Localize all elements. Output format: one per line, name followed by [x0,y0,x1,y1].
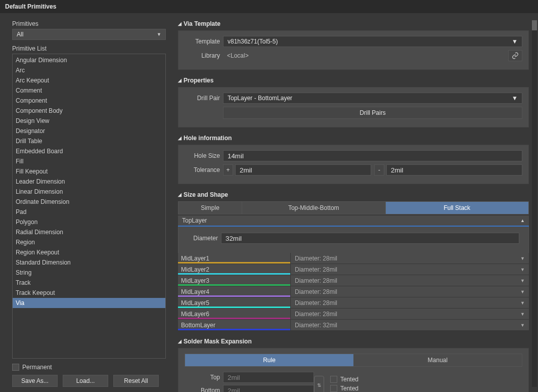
list-item[interactable]: Ordinate Dimension [13,197,165,207]
list-item[interactable]: Region Keepout [13,247,165,257]
list-item[interactable]: Standard Dimension [13,257,165,268]
size-shape-tab[interactable]: Simple [178,202,242,214]
tented-bottom-checkbox[interactable] [330,385,337,392]
layer-diameter[interactable]: Diameter: 28mil▼ [290,275,529,286]
list-item[interactable]: Fill [13,156,165,166]
list-item[interactable]: Pad [13,207,165,217]
chevron-down-icon: ▼ [520,278,525,283]
solder-tab[interactable]: Manual [353,354,522,366]
solder-top-input [223,372,314,383]
content-panel: ◢ Via Template Template v81h36z71(Tol5-5… [171,13,538,392]
list-item[interactable]: Design View [13,116,165,126]
list-item[interactable]: Region [13,237,165,247]
list-item[interactable]: Comment [13,85,165,96]
solder-bottom-input [223,385,314,392]
list-item[interactable]: Track [13,278,165,288]
solder-tab[interactable]: Rule [185,354,353,366]
drill-pair-dropdown[interactable]: TopLayer - BottomLayer ▼ [223,93,522,104]
list-item[interactable]: Track Keepout [13,288,165,298]
window-title: Default Primitives [0,0,538,13]
collapse-icon: ◢ [178,136,182,141]
tolerance-minus-input[interactable] [386,164,522,176]
list-item[interactable]: Fill Keepout [13,166,165,177]
size-shape-tabs: SimpleTop-Middle-BottomFull Stack [178,201,529,214]
layer-name: MidLayer3 [178,275,290,286]
template-label: Template [185,38,220,45]
layer-row[interactable]: MidLayer6Diameter: 28mil▼ [178,309,529,320]
list-item[interactable]: Arc Keepout [13,75,165,85]
drill-pairs-button[interactable]: Drill Pairs [223,107,522,119]
layer-name: TopLayer [182,217,207,224]
layer-name: MidLayer5 [178,297,290,308]
layer-row[interactable]: MidLayer2Diameter: 28mil▼ [178,264,529,275]
chevron-down-icon: ▼ [520,300,525,306]
hole-size-input[interactable] [223,150,522,161]
collapse-icon: ◢ [178,21,182,26]
layer-color-bar [178,295,290,297]
tolerance-label: Tolerance [185,166,220,173]
chevron-up-icon: ▲ [520,218,525,223]
scrollbar[interactable] [532,20,537,387]
permanent-checkbox[interactable] [12,364,19,371]
sidebar: Primitives All ▼ Primitive List Angular … [0,13,171,392]
layer-row[interactable]: MidLayer5Diameter: 28mil▼ [178,297,529,309]
layer-row[interactable]: MidLayer4Diameter: 28mil▼ [178,286,529,297]
chevron-down-icon: ▼ [157,32,161,37]
load-button[interactable]: Load... [63,375,108,387]
reset-all-button[interactable]: Reset All [113,375,159,387]
primitive-list-label: Primitive List [12,45,166,52]
list-item[interactable]: Component [13,96,165,106]
template-value: v81h36z71(Tol5-5) [228,38,278,45]
layer-row[interactable]: BottomLayerDiameter: 32mil▼ [178,320,529,331]
list-item[interactable]: Angular Dimension [13,55,165,65]
chevron-down-icon: ▼ [512,95,518,102]
tolerance-plus-input[interactable] [235,164,371,176]
drill-pair-value: TopLayer - BottomLayer [228,95,292,102]
link-icon[interactable] [508,50,522,61]
list-item[interactable]: Linear Dimension [13,187,165,197]
layer-diameter[interactable]: Diameter: 28mil▼ [290,309,529,319]
list-item[interactable]: Leader Dimension [13,177,165,187]
layer-toplayer-header[interactable]: TopLayer ▲ [178,215,529,227]
library-value: <Local> [223,51,506,61]
primitives-dropdown[interactable]: All ▼ [12,29,166,40]
layer-diameter[interactable]: Diameter: 28mil▼ [290,286,529,297]
section-size-shape[interactable]: ◢ Size and Shape [178,191,529,198]
chevron-down-icon: ▼ [520,267,525,272]
tented-top-checkbox[interactable] [330,376,337,383]
chevron-down-icon: ▼ [512,38,518,45]
primitive-list[interactable]: Angular DimensionArcArc KeepoutCommentCo… [12,54,166,359]
diameter-input[interactable] [221,233,519,244]
scrollbar-thumb[interactable] [532,20,537,30]
template-dropdown[interactable]: v81h36z71(Tol5-5) ▼ [223,36,522,47]
layer-row[interactable]: MidLayer3Diameter: 28mil▼ [178,275,529,286]
collapse-icon: ◢ [178,339,182,344]
layer-diameter[interactable]: Diameter: 28mil▼ [290,264,529,275]
primitives-value: All [17,31,23,38]
size-shape-tab[interactable]: Top-Middle-Bottom [242,202,386,214]
section-properties[interactable]: ◢ Properties [178,77,529,84]
list-item[interactable]: Component Body [13,106,165,116]
layer-diameter[interactable]: Diameter: 32mil▼ [290,320,529,330]
layer-color-bar [178,284,290,286]
list-item[interactable]: Polygon [13,217,165,227]
list-item[interactable]: Embedded Board [13,146,165,156]
list-item[interactable]: Arc [13,65,165,75]
tolerance-plus-label: + [223,164,233,176]
layer-color-bar [178,307,290,308]
list-item[interactable]: Via [13,298,165,308]
layer-color-bar [178,262,290,264]
list-item[interactable]: String [13,268,165,278]
layer-row[interactable]: MidLayer1Diameter: 28mil▼ [178,253,529,264]
size-shape-tab[interactable]: Full Stack [386,202,529,214]
link-top-bottom-icon[interactable]: ⇅ [314,376,324,392]
list-item[interactable]: Designator [13,126,165,136]
layer-diameter[interactable]: Diameter: 28mil▼ [290,253,529,264]
list-item[interactable]: Drill Table [13,136,165,146]
list-item[interactable]: Radial Dimension [13,227,165,237]
layer-diameter[interactable]: Diameter: 28mil▼ [290,297,529,308]
save-as-button[interactable]: Save As... [12,375,58,387]
section-solder-mask[interactable]: ◢ Solder Mask Expansion [178,338,529,345]
section-via-template[interactable]: ◢ Via Template [178,20,529,27]
section-hole-info[interactable]: ◢ Hole information [178,135,529,142]
